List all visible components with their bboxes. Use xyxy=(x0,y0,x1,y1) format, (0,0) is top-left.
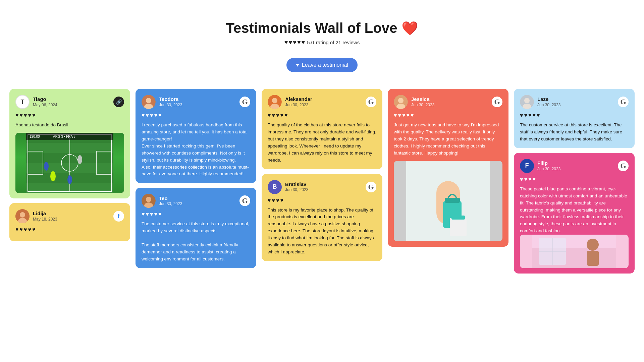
column-2: Teodora Jun 30, 2023 G ♥ ♥ ♥ ♥ ♥ I recen… xyxy=(136,89,256,268)
name-bratislav: Bratislav xyxy=(285,181,308,188)
svg-point-11 xyxy=(77,155,82,164)
user-aleksandar: Aleksandar Jun 30, 2023 xyxy=(268,95,312,109)
svg-point-29 xyxy=(398,98,404,103)
card-tiago: T Tiago May 06, 2024 🔗 ♥ ♥ ♥ ♥ ♥ Apenas … xyxy=(9,89,130,198)
button-heart-icon: ♥ xyxy=(296,62,299,68)
avatar-teo-img xyxy=(142,194,156,208)
page-header: Testimonials Wall of Love ❤️ ♥ ♥ ♥ ♥ ♥ 5… xyxy=(0,0,644,79)
name-laze: Laze xyxy=(537,96,560,103)
date-tiago: May 06, 2024 xyxy=(33,103,57,108)
date-laze: Jun 30, 2023 xyxy=(537,103,560,108)
svg-rect-34 xyxy=(445,198,460,203)
avatar-teodora xyxy=(142,95,156,109)
stars-aleksandar: ♥ ♥ ♥ ♥ ♥ xyxy=(268,112,376,118)
avatar-lidija xyxy=(15,209,30,223)
rating-value: 5.0 xyxy=(307,40,314,45)
user-laze: Laze Jun 30, 2023 xyxy=(520,95,560,109)
column-5: Laze Jun 30, 2023 G ♥ ♥ ♥ ♥ ♥ The custom… xyxy=(514,89,635,274)
svg-point-20 xyxy=(146,98,151,103)
soccer-field-svg: 120:00 ARG 3 • FRA 3 xyxy=(15,133,124,193)
stars-bratislav: ♥ ♥ ♥ ♥ xyxy=(268,197,376,203)
leave-testimonial-button[interactable]: ♥ Leave a testimonial xyxy=(286,58,357,72)
date-teodora: Jun 30, 2023 xyxy=(159,103,182,108)
svg-text:120:00: 120:00 xyxy=(30,135,40,138)
user-lidija: Lidija May 18, 2023 xyxy=(15,209,57,223)
user-teo: Teo Jun 30, 2023 xyxy=(142,194,182,208)
svg-point-12 xyxy=(67,175,72,184)
stars-tiago: ♥ ♥ ♥ ♥ ♥ xyxy=(15,112,124,118)
svg-rect-36 xyxy=(451,216,465,220)
card-filip: F Filip Jun 30, 2023 G ♥ ♥ ♥ ♥ These pas… xyxy=(514,153,635,274)
rating-heart-5: ♥ xyxy=(302,39,305,46)
svg-point-23 xyxy=(146,197,151,202)
avatar-aleksandar xyxy=(268,95,282,109)
date-lidija: May 18, 2023 xyxy=(33,217,57,222)
image-jessica xyxy=(394,161,502,241)
avatar-laze xyxy=(520,95,534,109)
text-teodora: I recently purchased a fabulous handbag … xyxy=(142,122,250,178)
stars-lidija: ♥ ♥ ♥ ♥ ♥ xyxy=(15,227,124,233)
text-aleksandar: The quality of the clothes at this store… xyxy=(268,122,376,164)
avatar-laze-img xyxy=(520,95,534,109)
platform-google-icon-bratislav: G xyxy=(366,182,376,192)
date-jessica: Jun 30, 2023 xyxy=(411,103,434,108)
avatar-aleksandar-img xyxy=(268,95,282,109)
avatar-teo xyxy=(142,194,156,208)
text-tiago: Apenas testando do Brasil xyxy=(15,122,124,129)
avatar-jessica xyxy=(394,95,408,109)
rating-row: ♥ ♥ ♥ ♥ ♥ 5.0 rating of 21 reviews xyxy=(7,39,637,46)
image-filip xyxy=(520,235,629,268)
stars-laze: ♥ ♥ ♥ ♥ ♥ xyxy=(520,112,629,118)
svg-rect-43 xyxy=(587,251,599,266)
card-bratislav: B Bratislav Jun 30, 2023 G ♥ ♥ ♥ ♥ This … xyxy=(262,174,382,261)
text-teo: The customer service at this store is tr… xyxy=(142,221,250,263)
name-jessica: Jessica xyxy=(411,96,434,103)
page-title: Testimonials Wall of Love ❤️ xyxy=(7,20,637,36)
text-laze: The customer service at this store is ex… xyxy=(520,122,629,143)
svg-point-26 xyxy=(272,98,277,103)
pink-room-svg xyxy=(520,235,629,268)
stars-filip: ♥ ♥ ♥ ♥ xyxy=(520,176,629,182)
stars-jessica: ♥ ♥ ♥ ♥ ♥ xyxy=(394,112,502,118)
testimonials-wall: T Tiago May 06, 2024 🔗 ♥ ♥ ♥ ♥ ♥ Apenas … xyxy=(0,79,644,280)
name-tiago: Tiago xyxy=(33,96,57,103)
date-bratislav: Jun 30, 2023 xyxy=(285,187,308,193)
platform-facebook-icon: f xyxy=(113,211,124,222)
text-bratislav: This store is my favorite place to shop.… xyxy=(268,207,376,256)
svg-point-42 xyxy=(587,239,599,251)
user-filip: F Filip Jun 30, 2023 xyxy=(520,159,560,173)
name-teodora: Teodora xyxy=(159,96,182,103)
avatar-bratislav: B xyxy=(268,180,282,194)
name-teo: Teo xyxy=(159,195,182,202)
name-aleksandar: Aleksandar xyxy=(285,96,312,103)
column-3: Aleksandar Jun 30, 2023 G ♥ ♥ ♥ ♥ ♥ The … xyxy=(262,89,382,261)
text-jessica: Just got my new tops and have to say I'm… xyxy=(394,122,502,157)
rating-heart-4: ♥ xyxy=(297,39,301,46)
platform-google-icon-jessica: G xyxy=(492,97,502,107)
user-teodora: Teodora Jun 30, 2023 xyxy=(142,95,182,109)
name-lidija: Lidija xyxy=(33,210,57,217)
rating-heart-2: ♥ xyxy=(289,39,292,46)
name-filip: Filip xyxy=(537,160,560,167)
rating-label: rating of 21 reviews xyxy=(316,40,360,45)
platform-link-icon: 🔗 xyxy=(113,97,124,107)
card-lidija: Lidija May 18, 2023 f ♥ ♥ ♥ ♥ ♥ xyxy=(9,203,130,241)
text-filip: These pastel blue pants combine a vibran… xyxy=(520,186,629,235)
image-tiago: 120:00 ARG 3 • FRA 3 xyxy=(15,133,124,193)
user-bratislav: B Bratislav Jun 30, 2023 xyxy=(268,180,308,194)
avatar-lidija-img xyxy=(15,209,30,223)
card-laze: Laze Jun 30, 2023 G ♥ ♥ ♥ ♥ ♥ The custom… xyxy=(514,89,635,148)
card-teo: Teo Jun 30, 2023 G ♥ ♥ ♥ ♥ ♥ The custome… xyxy=(136,188,256,268)
stars-teodora: ♥ ♥ ♥ ♥ ♥ xyxy=(142,112,250,118)
svg-point-38 xyxy=(524,98,530,103)
platform-google-icon-teodora: G xyxy=(239,97,250,107)
date-aleksandar: Jun 30, 2023 xyxy=(285,103,312,108)
leave-btn-label: Leave a testimonial xyxy=(302,62,348,68)
date-teo: Jun 30, 2023 xyxy=(159,201,182,207)
avatar-tiago: T xyxy=(15,95,30,109)
svg-point-9 xyxy=(50,171,56,181)
svg-point-10 xyxy=(44,162,49,171)
teal-bag-svg xyxy=(394,161,502,241)
platform-google-icon-aleksandar: G xyxy=(366,97,376,107)
card-aleksandar: Aleksandar Jun 30, 2023 G ♥ ♥ ♥ ♥ ♥ The … xyxy=(262,89,382,169)
